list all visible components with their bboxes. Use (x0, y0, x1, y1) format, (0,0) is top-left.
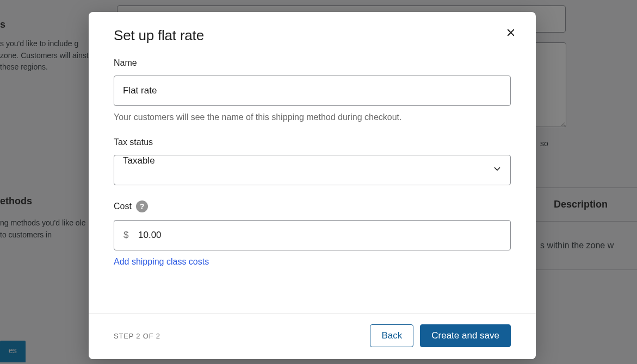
name-label: Name (114, 58, 511, 68)
name-input[interactable] (114, 76, 511, 106)
cost-label: Cost (114, 202, 132, 211)
tax-status-group: Tax status Taxable (114, 137, 511, 185)
cost-group: Cost ? $ Add shipping class costs (114, 200, 511, 267)
help-icon[interactable]: ? (136, 200, 148, 212)
step-indicator: STEP 2 OF 2 (114, 332, 160, 340)
modal-body[interactable]: Name Your customers will see the name of… (89, 44, 536, 313)
currency-symbol: $ (123, 230, 128, 241)
modal-title: Set up flat rate (114, 27, 511, 44)
modal-footer: STEP 2 OF 2 Back Create and save (89, 313, 536, 359)
close-button[interactable] (504, 27, 517, 40)
tax-status-select[interactable]: Taxable (114, 155, 511, 185)
name-hint: Your customers will see the name of this… (114, 112, 511, 122)
back-button[interactable]: Back (370, 324, 413, 347)
close-icon (506, 28, 516, 40)
cost-input[interactable] (114, 220, 511, 250)
footer-actions: Back Create and save (370, 324, 511, 347)
name-group: Name Your customers will see the name of… (114, 58, 511, 122)
create-and-save-button[interactable]: Create and save (420, 324, 511, 347)
tax-status-label: Tax status (114, 137, 511, 147)
flat-rate-modal: Set up flat rate Name Your customers wil… (89, 12, 536, 359)
add-shipping-class-costs-link[interactable]: Add shipping class costs (114, 257, 209, 267)
modal-header: Set up flat rate (89, 12, 536, 44)
